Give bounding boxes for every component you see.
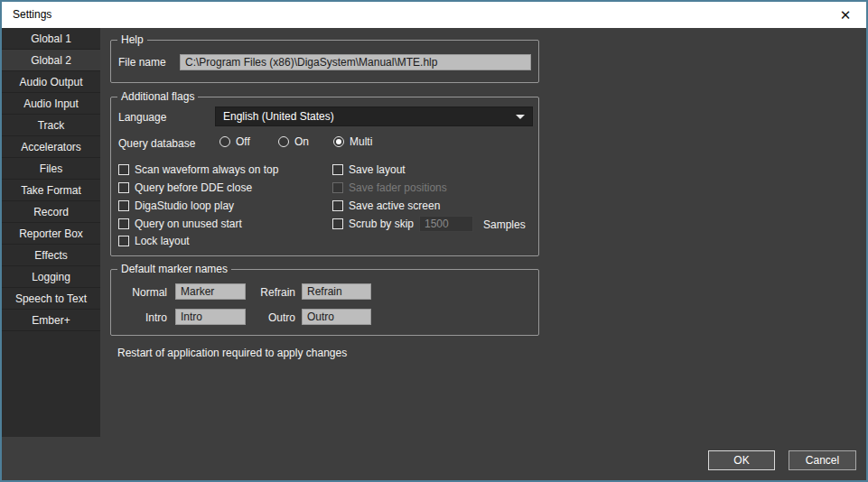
scrub-samples-input [419, 216, 473, 232]
checkbox-label: DigaStudio loop play [135, 199, 234, 212]
sidebar-item-logging[interactable]: Logging [2, 266, 100, 288]
refrain-marker-input[interactable] [302, 283, 371, 300]
checkbox-icon [118, 182, 129, 193]
samples-label: Samples [483, 218, 526, 231]
radio-multi-icon [333, 136, 344, 147]
language-label: Language [118, 111, 166, 124]
file-name-label: File name [118, 56, 166, 69]
checkbox-label: Save fader positions [349, 181, 447, 194]
checkbox-label: Query before DDE close [135, 181, 252, 194]
sidebar-item-global-2[interactable]: Global 2 [2, 50, 100, 71]
radio-selected-dot [336, 139, 341, 144]
default-marker-names-group: Default marker names Normal Refrain Intr… [110, 269, 539, 336]
checkbox-label: Save active screen [349, 199, 440, 212]
language-dropdown[interactable]: English (United States) [215, 107, 533, 126]
radio-on-label: On [294, 135, 309, 148]
radio-off-label: Off [236, 135, 250, 148]
sidebar-item-track[interactable]: Track [2, 115, 100, 136]
sidebar-item-files[interactable]: Files [2, 158, 100, 180]
sidebar-item-global-1[interactable]: Global 1 [2, 28, 100, 50]
sidebar-item-reporter-box[interactable]: Reporter Box [2, 223, 100, 245]
checkbox-scrub-by-skip[interactable]: Scrub by skip [332, 218, 414, 230]
intro-marker-input[interactable] [175, 309, 246, 325]
help-group: Help File name [110, 40, 539, 83]
sidebar-item-ember[interactable]: Ember+ [2, 310, 100, 331]
language-dropdown-value: English (United States) [223, 110, 510, 123]
checkbox-save-active-screen[interactable]: Save active screen [332, 199, 440, 212]
checkbox-lock-layout[interactable]: Lock layout [118, 235, 190, 247]
radio-query-on[interactable]: On [278, 135, 309, 148]
checkbox-label: Scrub by skip [349, 218, 414, 230]
checkbox-label: Scan waveform always on top [135, 163, 278, 176]
checkbox-icon [118, 236, 129, 246]
checkbox-query-dde-close[interactable]: Query before DDE close [118, 181, 252, 194]
checkbox-icon [118, 200, 129, 211]
outro-marker-input[interactable] [302, 309, 371, 325]
sidebar-item-effects[interactable]: Effects [2, 245, 100, 266]
sidebar-item-audio-output[interactable]: Audio Output [2, 71, 100, 93]
checkbox-icon [332, 200, 343, 211]
sidebar-item-speech-to-text[interactable]: Speech to Text [2, 288, 100, 310]
checkbox-icon [332, 164, 343, 175]
sidebar: Global 1 Global 2 Audio Output Audio Inp… [2, 28, 100, 437]
help-group-label: Help [117, 33, 147, 46]
radio-off-icon [219, 136, 230, 147]
checkbox-query-unused-start[interactable]: Query on unused start [118, 218, 242, 230]
checkbox-scan-waveform[interactable]: Scan waveform always on top [118, 163, 278, 176]
additional-flags-group-label: Additional flags [117, 90, 198, 103]
checkbox-icon [118, 164, 129, 175]
additional-flags-group: Additional flags Language English (Unite… [110, 97, 539, 256]
checkbox-label: Save layout [349, 163, 406, 176]
radio-multi-label: Multi [350, 135, 372, 148]
radio-on-icon [278, 136, 289, 147]
chevron-down-icon [516, 115, 525, 119]
sidebar-item-audio-input[interactable]: Audio Input [2, 93, 100, 115]
cancel-button[interactable]: Cancel [789, 450, 856, 470]
radio-query-off[interactable]: Off [219, 135, 250, 148]
sidebar-item-take-format[interactable]: Take Format [2, 180, 100, 201]
checkbox-save-fader-positions: Save fader positions [332, 181, 447, 194]
outro-label: Outro [254, 311, 295, 324]
checkbox-save-layout[interactable]: Save layout [332, 163, 406, 176]
intro-label: Intro [118, 311, 167, 324]
checkbox-label: Lock layout [135, 235, 190, 247]
checkbox-icon [332, 182, 343, 193]
restart-note: Restart of application required to apply… [117, 347, 347, 359]
checkbox-icon [332, 218, 343, 229]
window-title: Settings [13, 2, 51, 28]
sidebar-item-accelerators[interactable]: Accelerators [2, 136, 100, 158]
query-database-label: Query database [118, 137, 195, 150]
checkbox-label: Query on unused start [135, 218, 242, 230]
default-marker-names-label: Default marker names [117, 263, 231, 275]
checkbox-digastudio-loop[interactable]: DigaStudio loop play [118, 199, 234, 212]
titlebar: Settings ✕ [2, 2, 866, 28]
help-file-input[interactable] [180, 54, 531, 70]
normal-label: Normal [118, 286, 167, 299]
refrain-label: Refrain [254, 286, 295, 299]
settings-dialog: Settings ✕ Global 1 Global 2 Audio Outpu… [0, 0, 868, 482]
normal-marker-input[interactable] [175, 283, 246, 300]
ok-button[interactable]: OK [708, 450, 775, 470]
radio-query-multi[interactable]: Multi [333, 135, 372, 148]
checkbox-icon [118, 218, 129, 229]
sidebar-item-record[interactable]: Record [2, 201, 100, 223]
close-icon[interactable]: ✕ [830, 2, 861, 28]
